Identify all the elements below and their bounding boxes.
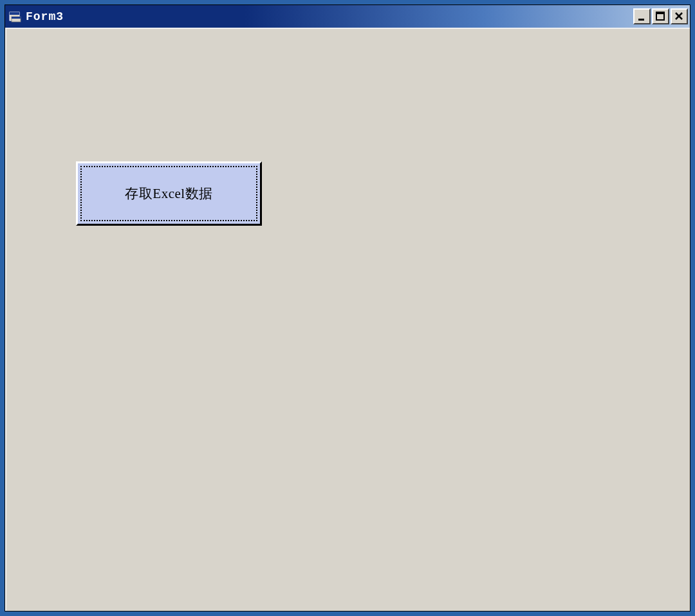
- access-excel-data-button[interactable]: 存取Excel数据: [76, 161, 262, 226]
- svg-rect-6: [656, 12, 664, 14]
- window-title: Form3: [26, 10, 633, 23]
- client-area: 存取Excel数据: [5, 28, 690, 611]
- form-icon: [9, 11, 22, 23]
- svg-rect-4: [638, 19, 644, 21]
- button-focus-ring: 存取Excel数据: [80, 166, 257, 221]
- svg-rect-3: [12, 17, 21, 19]
- titlebar[interactable]: Form3: [5, 5, 690, 28]
- maximize-button[interactable]: [652, 8, 669, 24]
- window-frame: Form3 存取Excel: [5, 5, 690, 611]
- svg-rect-1: [10, 12, 19, 15]
- minimize-button[interactable]: [633, 8, 651, 24]
- close-button[interactable]: [671, 8, 688, 24]
- titlebar-buttons: [633, 8, 688, 24]
- button-label: 存取Excel数据: [125, 185, 212, 203]
